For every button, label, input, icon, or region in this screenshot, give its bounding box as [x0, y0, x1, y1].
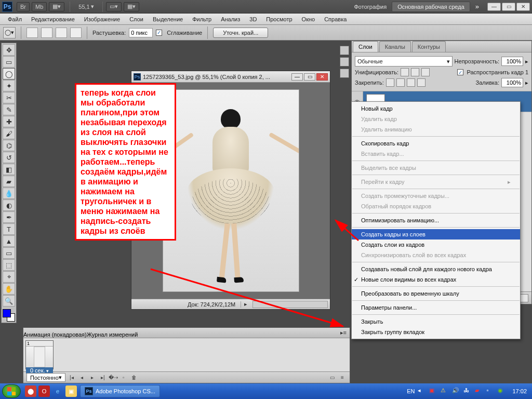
menu-item[interactable]: Оптимизировать анимацию...: [352, 215, 520, 225]
doc-size-info[interactable]: Док: 724,2К/2,12М: [182, 301, 241, 308]
play-button[interactable]: ▸: [88, 374, 97, 381]
menu-item[interactable]: Параметры панели...: [352, 302, 520, 313]
new-selection-mode[interactable]: [26, 28, 38, 38]
tray-nvidia-icon[interactable]: ◉: [498, 387, 506, 395]
lock-position-icon[interactable]: [407, 78, 415, 87]
h-scrollbar[interactable]: [252, 301, 328, 308]
animation-frames-area[interactable]: 1 0 сек. ▾: [23, 338, 350, 371]
photo-label[interactable]: Фотография: [354, 4, 387, 10]
menu-item[interactable]: Новые слои видимы во всех кадрах: [352, 274, 520, 285]
launch-minibridge-button[interactable]: Mb: [32, 2, 47, 11]
first-frame-button[interactable]: |◂: [68, 374, 76, 381]
prev-frame-button[interactable]: ◂: [78, 374, 86, 381]
lock-image-icon[interactable]: [396, 78, 405, 87]
marquee-tool[interactable]: ▭: [3, 56, 15, 68]
minimize-button[interactable]: —: [487, 3, 501, 11]
canvas[interactable]: [163, 89, 299, 292]
brush-tool[interactable]: 🖌: [3, 128, 15, 139]
tab-Журнал измерений[interactable]: Журнал измерений: [87, 331, 138, 338]
view-extras-button[interactable]: ▭▾: [106, 2, 122, 11]
tray-volume-icon[interactable]: 🔊: [452, 387, 460, 395]
tray-avira-icon[interactable]: ▰: [475, 387, 483, 395]
subtract-selection-mode[interactable]: [56, 28, 67, 38]
menu-выделение[interactable]: Выделение: [148, 15, 188, 24]
language-indicator[interactable]: EN: [407, 388, 415, 394]
crop-tool[interactable]: ✂: [3, 92, 15, 103]
menu-item[interactable]: Закрыть: [352, 316, 520, 327]
tray-icon[interactable]: ◂: [418, 387, 426, 395]
expand-workspaces-icon[interactable]: »: [475, 3, 479, 10]
fill-arrow-icon[interactable]: ▸: [525, 79, 528, 86]
animation-frame[interactable]: 1 0 сек. ▾: [25, 340, 54, 369]
add-selection-mode[interactable]: [41, 28, 52, 38]
refine-edge-button[interactable]: Уточн. край...: [213, 28, 268, 38]
tab-Контуры[interactable]: Контуры: [412, 41, 446, 52]
loop-select[interactable]: Постоянно ▾: [26, 373, 65, 382]
unify-position-icon[interactable]: [401, 68, 409, 76]
lock-all-icon[interactable]: [417, 78, 425, 87]
menu-item[interactable]: Создать слои из кадров: [352, 240, 520, 250]
move-tool[interactable]: ✥: [3, 44, 15, 56]
lock-transparent-icon[interactable]: [386, 78, 394, 87]
collapsed-panels[interactable]: [340, 46, 350, 80]
3d-camera-tool[interactable]: ⌖: [3, 271, 15, 283]
hand-tool[interactable]: ✋: [3, 283, 15, 295]
zoom-level[interactable]: 55,1: [78, 4, 89, 10]
menu-слои[interactable]: Слои: [125, 15, 148, 24]
foreground-color[interactable]: [3, 309, 11, 317]
opacity-input[interactable]: [501, 57, 523, 66]
zoom-tool[interactable]: 🔍: [3, 295, 15, 307]
duplicate-frame-button[interactable]: ▫: [119, 374, 128, 381]
menu-просмотр[interactable]: Просмотр: [261, 15, 297, 24]
launch-bridge-button[interactable]: Br: [17, 2, 30, 11]
blur-tool[interactable]: 💧: [3, 188, 15, 199]
tab-Анимация (покадровая)[interactable]: Анимация (покадровая): [23, 331, 87, 338]
frame-thumbnail[interactable]: [26, 347, 53, 367]
menu-редактирование[interactable]: Редактирование: [26, 15, 79, 24]
feather-input[interactable]: [129, 28, 153, 37]
history-brush-tool[interactable]: ↺: [3, 152, 15, 163]
blend-mode-select[interactable]: Обычные▾: [355, 56, 453, 66]
healing-tool[interactable]: ✚: [3, 116, 15, 127]
opacity-arrow-icon[interactable]: ▸: [525, 58, 528, 65]
stamp-tool[interactable]: ⌬: [3, 140, 15, 151]
delete-frame-button[interactable]: 🗑: [130, 374, 138, 381]
menu-item[interactable]: Закрыть группу вкладок: [352, 327, 520, 337]
gradient-tool[interactable]: ▰: [3, 176, 15, 187]
menu-item[interactable]: Скопировать кадр: [352, 138, 520, 149]
menu-окно[interactable]: Окно: [297, 15, 320, 24]
menu-изображение[interactable]: Изображение: [79, 15, 125, 24]
menu-item[interactable]: Создавать новый слой для каждого нового …: [352, 264, 520, 274]
quicklaunch-ie-icon[interactable]: e: [52, 385, 63, 397]
tray-network-icon[interactable]: 🖧: [463, 387, 472, 395]
doc-maximize-button[interactable]: ▭: [304, 73, 315, 81]
quicklaunch-explorer-icon[interactable]: ▣: [65, 385, 77, 397]
path-select-tool[interactable]: ▲: [3, 235, 15, 247]
current-tool-icon[interactable]: ◯▾: [3, 27, 16, 38]
propagate-checkbox[interactable]: [457, 69, 463, 75]
dodge-tool[interactable]: ◐: [3, 200, 15, 211]
start-button[interactable]: [2, 384, 21, 398]
intersect-selection-mode[interactable]: [70, 28, 82, 38]
next-frame-button[interactable]: ▸|: [99, 374, 107, 381]
tab-Каналы[interactable]: Каналы: [379, 41, 411, 52]
taskbar-app-button[interactable]: Ps Adobe Photoshop CS...: [80, 385, 160, 397]
menu-анализ[interactable]: Анализ: [216, 15, 245, 24]
menu-item[interactable]: Новый кадр: [352, 103, 520, 114]
pen-tool[interactable]: ✒: [3, 211, 15, 223]
type-tool[interactable]: T: [3, 223, 15, 235]
shape-tool[interactable]: ▭: [3, 247, 15, 259]
screen-mode-button[interactable]: ▦▾: [49, 2, 64, 11]
menu-справка[interactable]: Справка: [320, 15, 351, 24]
doc-close-button[interactable]: ✕: [316, 73, 328, 81]
workspace-switcher[interactable]: Основная рабочая среда: [392, 2, 470, 12]
unify-visibility-icon[interactable]: [411, 68, 419, 76]
eyedropper-tool[interactable]: ✎: [3, 104, 15, 115]
tray-misc-icon[interactable]: ▫: [486, 387, 495, 395]
menu-файл[interactable]: Файл: [3, 15, 26, 24]
menu-фильтр[interactable]: Фильтр: [188, 15, 216, 24]
color-swatches[interactable]: [3, 309, 15, 322]
fill-input[interactable]: [501, 78, 523, 87]
eraser-tool[interactable]: ◧: [3, 164, 15, 175]
clock[interactable]: 17:02: [512, 388, 527, 394]
